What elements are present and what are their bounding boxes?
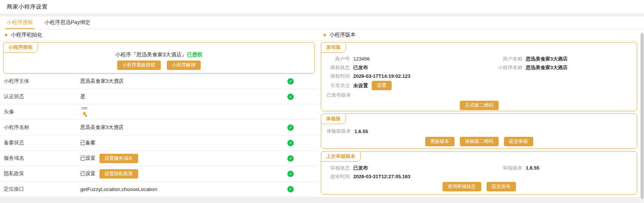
right-section-header: ◆ 小程序版本	[319, 29, 639, 41]
set-privacy-policy-button[interactable]: 设置隐私政策	[99, 169, 138, 179]
check-circle-icon: ✓	[287, 155, 294, 162]
check-circle-icon: ✓	[287, 140, 294, 146]
auth-status-line: 小程序『思迅美食家3大酒店』已授权	[3, 52, 314, 58]
submit-release-button[interactable]: 提交发布	[487, 182, 516, 191]
row-cert-status: 认证状态 是 ✓	[0, 89, 317, 105]
last-audit-version-box: 上次审核版本 审核状态 已发布 审核版本 1.6.55 提审时间 2026-03…	[321, 151, 637, 195]
row-avatar: 头像	[0, 105, 317, 120]
merchant-name-label: 商户名称	[492, 56, 522, 62]
page-title: 商家小程序设置	[7, 3, 48, 11]
row-privacy-policy: 隐私政策 已设置 设置隐私政策 ✓	[0, 166, 317, 182]
header-divider-band	[0, 14, 644, 17]
follow-label: 引导关注	[327, 82, 350, 89]
vertical-scrollbar[interactable]	[640, 32, 644, 203]
row-value: getFuzzyLocation,chooseLocation	[80, 186, 287, 192]
left-section-header: ◆ 小程序初始化	[0, 29, 317, 41]
row-value: 已设置 设置隐私政策	[80, 169, 287, 179]
follow-status-value: 未设置	[353, 82, 368, 89]
applet-info-rows: 小程序主体 思迅美食家3大酒店 ✓ 认证状态 是 ✓ 头像	[0, 74, 317, 197]
release-row-3: 授权时间 2026-03-17T14:19:02.123	[327, 72, 632, 80]
audit-row-2: 提审时间 2026-03-31T12:27:05.163	[327, 172, 632, 181]
reauthorize-button[interactable]: 小程序重新授权	[117, 61, 161, 70]
scrollbar-thumb[interactable]	[641, 33, 644, 199]
tab-sixun-pay-binding[interactable]: 小程序思迅Pay绑定	[43, 17, 92, 29]
row-value: 思迅美食家3大酒店	[80, 78, 287, 85]
check-circle-icon: ✓	[287, 186, 294, 192]
release-row-2: 授权状态 已发布 小程序名称 思迅美食家3大酒店	[327, 63, 632, 72]
release-row-1: 商户号 123456 商户名称 思迅美食家3大酒店	[327, 55, 632, 63]
release-box-label: 发布版	[321, 42, 346, 53]
row-value: 思迅美食家3大酒店	[80, 124, 287, 131]
applet-name-label: 小程序名称	[492, 64, 522, 71]
audit-status-label: 审核状态	[327, 165, 350, 171]
audit-version-label: 审核版本	[492, 165, 522, 171]
released-version-label: 已发布版本	[327, 91, 632, 100]
auth-time-value: 2026-03-17T14:19:02.123	[353, 73, 411, 79]
merchant-id-label: 商户号	[327, 56, 350, 62]
auth-status-ok: 已授权	[187, 52, 203, 58]
row-value-text: 已设置	[80, 170, 96, 177]
check-circle-icon: ✓	[287, 124, 294, 131]
auth-buttons: 小程序重新授权 小程序解绑	[3, 61, 314, 70]
set-service-domain-button[interactable]: 设置服务域名	[99, 154, 138, 163]
merchant-id-value: 123456	[353, 56, 369, 62]
set-follow-button[interactable]: 设置	[372, 81, 392, 90]
check-circle-icon: ✓	[287, 78, 294, 85]
row-filing-status: 备案状态 已备案 ✓	[0, 135, 317, 151]
row-value	[80, 106, 287, 118]
trial-version-label: 体验版版本	[327, 128, 351, 135]
row-applet-subject: 小程序主体 思迅美食家3大酒店 ✓	[0, 74, 317, 89]
query-audit-status-button[interactable]: 查询审核状态	[443, 182, 481, 191]
applet-auth-box: 小程序授权 小程序『思迅美食家3大酒店』已授权 小程序重新授权 小程序解绑	[3, 42, 315, 74]
row-label: 认证状态	[4, 93, 80, 100]
audit-box-label: 上次审核版本	[321, 151, 361, 162]
update-version-button[interactable]: 更新版本	[425, 137, 455, 146]
window-titlebar: 商家小程序设置	[0, 0, 644, 14]
row-location-api: 定位接口 getFuzzyLocation,chooseLocation ✓	[0, 182, 317, 197]
applet-name-value: 思迅美食家3大酒店	[526, 64, 568, 71]
applet-init-panel: ◆ 小程序初始化 小程序授权 小程序『思迅美食家3大酒店』已授权 小程序重新授权…	[0, 29, 317, 197]
release-row-4: 引导关注 未设置 设置	[327, 80, 632, 91]
row-applet-name: 小程序名称 思迅美食家3大酒店 ✓	[0, 120, 317, 135]
check-circle-icon: ✓	[287, 94, 294, 100]
submit-time-value: 2026-03-31T12:27:05.163	[353, 174, 411, 179]
row-value-text: 已设置	[80, 155, 96, 162]
submit-time-label: 提审时间	[327, 173, 350, 180]
applet-auth-box-label: 小程序授权	[3, 42, 38, 53]
row-label: 备案状态	[4, 139, 80, 146]
release-version-box: 发布版 商户号 123456 商户名称 思迅美食家3大酒店 授权状态 已发布 小…	[321, 42, 637, 111]
row-value: 已备案	[80, 139, 287, 146]
row-label: 小程序名称	[4, 124, 80, 131]
trial-qrcode-button[interactable]: 体验版二维码	[460, 137, 499, 146]
bottom-background-band	[0, 197, 644, 203]
trial-version-box: 体验版 体验版版本 1.6.55 更新版本 体验版二维码 提交审核	[321, 114, 637, 149]
audit-row-1: 审核状态 已发布 审核版本 1.6.55	[327, 164, 632, 172]
audit-status-value: 已发布	[353, 165, 368, 171]
trial-version-row: 体验版版本 1.6.55	[327, 127, 632, 136]
avatar-image	[80, 106, 89, 118]
row-value: 是	[80, 93, 287, 100]
audit-version-value: 1.6.55	[526, 165, 539, 171]
auth-time-label: 授权时间	[327, 73, 350, 80]
merchant-name-value: 思迅美食家3大酒店	[526, 56, 568, 62]
row-label: 隐私政策	[4, 170, 80, 177]
diamond-icon: ◆	[323, 32, 326, 37]
row-label: 小程序主体	[4, 78, 80, 85]
row-label: 定位接口	[4, 186, 80, 192]
auth-status-label: 授权状态	[327, 64, 350, 71]
row-value: 已设置 设置服务域名	[80, 154, 287, 163]
left-section-title: 小程序初始化	[11, 32, 42, 38]
auth-status-value: 已发布	[353, 64, 368, 71]
row-service-domain: 服务域名 已设置 设置服务域名 ✓	[0, 151, 317, 166]
auth-status-prefix: 小程序『思迅美食家3大酒店』	[115, 52, 187, 58]
right-section-title: 小程序版本	[329, 32, 356, 38]
tab-bar: 小程序授权 小程序思迅Pay绑定	[0, 17, 644, 29]
trial-box-label: 体验版	[321, 114, 346, 124]
diamond-icon: ◆	[5, 32, 8, 37]
row-label: 服务域名	[4, 155, 80, 162]
submit-audit-button[interactable]: 提交审核	[504, 137, 533, 146]
tab-applet-auth[interactable]: 小程序授权	[5, 17, 35, 29]
release-qrcode-button[interactable]: 正式版二维码	[460, 101, 499, 110]
applet-version-panel: ◆ 小程序版本 发布版 商户号 123456 商户名称 思迅美食家3大酒店 授权…	[319, 29, 639, 197]
unbind-button[interactable]: 小程序解绑	[167, 61, 201, 70]
